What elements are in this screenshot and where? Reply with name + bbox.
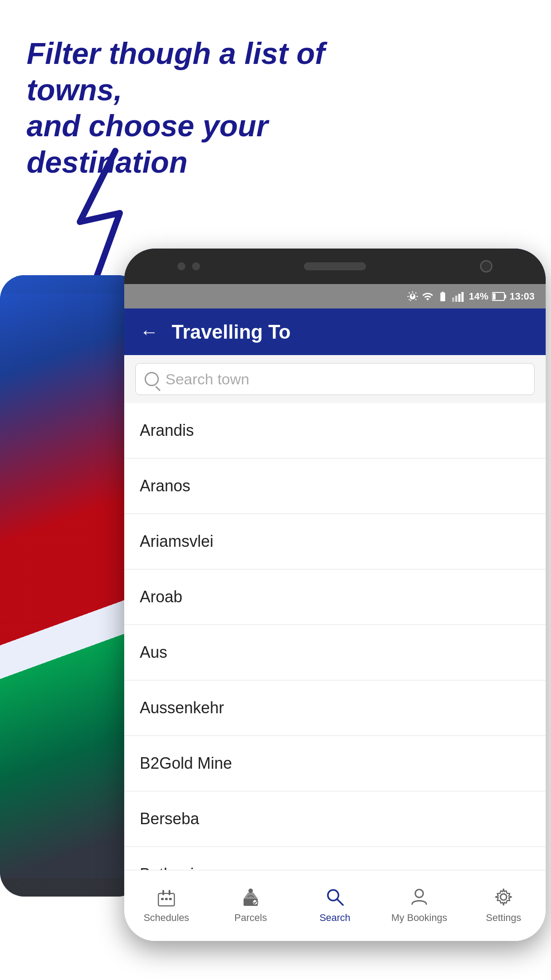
- list-item[interactable]: Aus: [124, 625, 546, 680]
- annotation-line2: and choose your destination: [27, 109, 268, 179]
- annotation-heading: Filter though a list of towns, and choos…: [27, 36, 337, 180]
- alarm-icon: [407, 291, 418, 302]
- phone-back-screen: [0, 275, 142, 897]
- wifi-icon: [422, 291, 433, 302]
- town-name: Berseba: [140, 810, 199, 828]
- town-name: Aussenkehr: [140, 699, 224, 717]
- signal-icon: [452, 291, 465, 302]
- svg-rect-6: [504, 295, 506, 298]
- phone-front: 14% 13:03 ← Travelling To Search town: [124, 249, 546, 941]
- svg-rect-10: [169, 890, 170, 895]
- schedules-label: Schedules: [144, 912, 189, 924]
- phone-back: [0, 275, 142, 897]
- svg-rect-11: [161, 898, 164, 900]
- nav-item-search[interactable]: Search: [293, 885, 377, 924]
- phone-notch: [124, 249, 546, 284]
- svg-rect-1: [452, 297, 454, 302]
- bookings-label: My Bookings: [391, 912, 447, 924]
- schedules-icon: [155, 885, 178, 909]
- search-icon: [145, 372, 159, 386]
- search-area: Search town: [124, 355, 546, 403]
- list-item[interactable]: B2Gold Mine: [124, 736, 546, 791]
- town-name: Arandis: [140, 421, 194, 440]
- status-icons: 14% 13:03: [407, 291, 535, 302]
- town-name: Aranos: [140, 477, 190, 495]
- svg-point-19: [415, 889, 423, 897]
- battery-percent: 14%: [469, 291, 488, 302]
- svg-line-18: [337, 899, 343, 905]
- town-name: Aus: [140, 643, 167, 662]
- nav-item-parcels[interactable]: Parcels: [209, 885, 293, 924]
- annotation-line1: Filter though a list of towns,: [27, 36, 325, 107]
- screen-title: Travelling To: [172, 321, 291, 343]
- back-button[interactable]: ←: [140, 321, 158, 343]
- svg-rect-7: [493, 293, 496, 300]
- parcels-label: Parcels: [234, 912, 267, 924]
- nav-item-schedules[interactable]: Schedules: [124, 885, 209, 924]
- svg-rect-3: [458, 294, 460, 302]
- list-item[interactable]: Aroab: [124, 569, 546, 625]
- bookings-icon: [408, 885, 431, 909]
- phone-speaker: [304, 262, 366, 270]
- svg-rect-9: [162, 890, 164, 895]
- list-item[interactable]: Ariamsvlei: [124, 514, 546, 569]
- svg-rect-13: [169, 898, 172, 900]
- svg-point-15: [252, 900, 258, 905]
- phone-dot-1: [177, 262, 185, 270]
- settings-icon: [492, 885, 515, 909]
- phone-dots: [177, 262, 200, 270]
- list-item[interactable]: Arandis: [124, 403, 546, 458]
- town-name: Ariamsvlei: [140, 532, 213, 551]
- svg-point-20: [500, 894, 507, 900]
- battery-charging-icon: [437, 291, 449, 302]
- svg-point-16: [248, 889, 253, 893]
- parcels-icon: [239, 885, 262, 909]
- search-town-input[interactable]: Search town: [165, 371, 525, 388]
- svg-rect-2: [455, 296, 457, 302]
- time-display: 13:03: [510, 291, 535, 302]
- nav-item-bookings[interactable]: My Bookings: [377, 885, 461, 924]
- list-item[interactable]: Berseba: [124, 791, 546, 847]
- battery-icon: [492, 292, 506, 301]
- search-label: Search: [319, 912, 350, 924]
- list-item[interactable]: Aranos: [124, 458, 546, 514]
- phone-screen: ← Travelling To Search town Arandis Aran…: [124, 308, 546, 941]
- nav-item-settings[interactable]: Settings: [461, 885, 546, 924]
- town-list: Arandis Aranos Ariamsvlei Aroab Aus Auss…: [124, 403, 546, 941]
- bottom-navigation: Schedules Parcels: [124, 870, 546, 941]
- settings-label: Settings: [486, 912, 521, 924]
- status-bar: 14% 13:03: [124, 284, 546, 308]
- svg-rect-12: [165, 898, 168, 900]
- app-header: ← Travelling To: [124, 308, 546, 355]
- svg-rect-4: [461, 292, 464, 302]
- phone-camera: [480, 260, 492, 273]
- town-name: Aroab: [140, 588, 182, 606]
- phone-dot-2: [192, 262, 200, 270]
- town-name: B2Gold Mine: [140, 754, 232, 773]
- search-input-container[interactable]: Search town: [135, 363, 535, 395]
- search-nav-icon: [323, 885, 346, 909]
- list-item[interactable]: Aussenkehr: [124, 680, 546, 736]
